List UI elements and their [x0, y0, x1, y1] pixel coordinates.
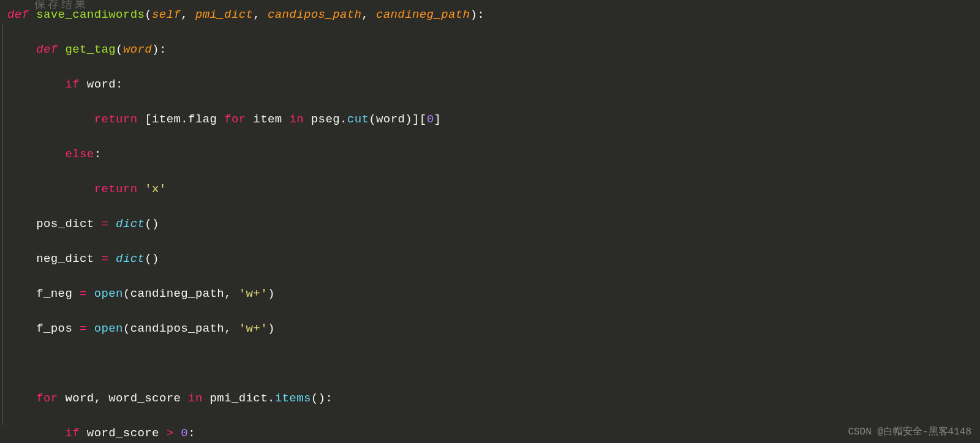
code-block: def save_candiwords(self, pmi_dict, cand… — [7, 6, 980, 443]
indent-guide — [2, 23, 3, 425]
header-remnant: 保存结果 — [34, 0, 88, 14]
watermark: CSDN @白帽安全-黑客4148 — [848, 423, 971, 441]
